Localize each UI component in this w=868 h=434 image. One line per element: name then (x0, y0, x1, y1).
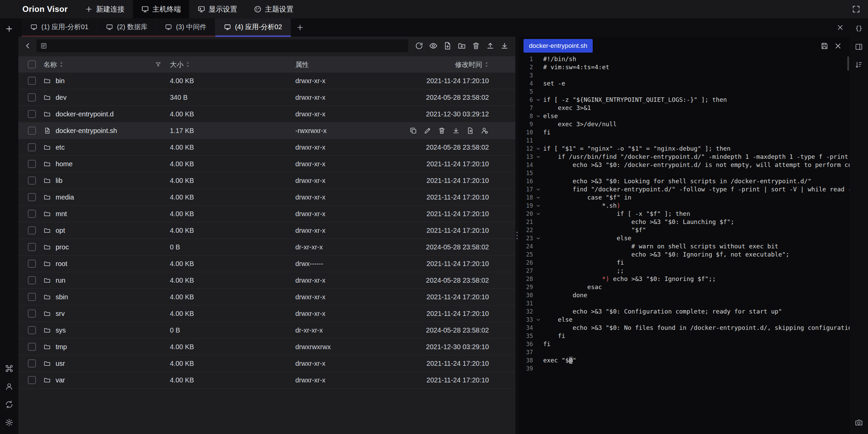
row-checkbox[interactable] (28, 326, 36, 334)
row-checkbox[interactable] (28, 343, 36, 351)
session-tab[interactable]: (3) 中间件 (156, 18, 215, 37)
fold-toggle[interactable] (535, 195, 541, 201)
delete-button[interactable] (437, 126, 446, 135)
table-row[interactable]: docker-entrypoint.d4.00 KBdrwxr-xr-x2021… (18, 106, 515, 122)
fold-toggle[interactable] (535, 187, 541, 192)
upload-button[interactable] (484, 39, 497, 53)
top-menu-item[interactable]: 显示设置 (189, 0, 245, 18)
new-session-tab-button[interactable] (291, 18, 309, 37)
fullscreen-button[interactable] (844, 0, 868, 18)
row-checkbox[interactable] (28, 276, 36, 284)
back-button[interactable] (21, 39, 35, 53)
sync-button[interactable] (3, 398, 15, 411)
row-checkbox[interactable] (28, 110, 36, 118)
row-checkbox[interactable] (28, 160, 36, 168)
command-button[interactable] (3, 362, 15, 375)
panel-button[interactable] (853, 41, 865, 53)
session-tab[interactable]: (1) 应用-分析01 (22, 18, 97, 37)
plus-button[interactable] (3, 23, 15, 35)
table-row[interactable]: tmp4.00 KBdrwxrwxrwx2021-12-30 03:29:10 (18, 339, 515, 355)
braces-button[interactable] (853, 23, 865, 35)
table-row[interactable]: usr4.00 KBdrwxr-xr-x2021-11-24 17:20:10 (18, 355, 515, 372)
session-tab[interactable]: (4) 应用-分析02 (215, 18, 291, 37)
row-checkbox[interactable] (28, 143, 36, 151)
select-all-checkbox[interactable] (28, 60, 36, 69)
top-menu-item[interactable]: 新建连接 (77, 0, 133, 18)
table-row[interactable]: opt4.00 KBdrwxr-xr-x2021-11-24 17:20:10 (18, 222, 515, 239)
refresh-button[interactable] (412, 39, 426, 53)
fold-toggle[interactable] (535, 154, 541, 160)
permission-button[interactable] (480, 126, 489, 135)
new-file-button[interactable] (441, 39, 454, 53)
preview-button[interactable] (427, 39, 440, 53)
row-checkbox[interactable] (28, 376, 36, 384)
row-checkbox[interactable] (28, 243, 36, 251)
row-checkbox[interactable] (28, 260, 36, 268)
row-checkbox[interactable] (28, 93, 36, 101)
fold-gutter (533, 234, 543, 242)
save-button[interactable] (818, 40, 830, 52)
filter-icon[interactable] (155, 61, 162, 68)
row-checkbox[interactable] (28, 359, 36, 367)
sort-carets-icon[interactable] (59, 61, 64, 68)
close-button[interactable] (832, 40, 844, 52)
table-row[interactable]: lib4.00 KBdrwxr-xr-x2021-11-24 17:20:10 (18, 172, 515, 189)
row-checkbox[interactable] (28, 127, 36, 135)
sort-lines-button[interactable] (853, 59, 865, 71)
fold-toggle[interactable] (535, 235, 541, 241)
fold-toggle[interactable] (535, 146, 541, 152)
row-checkbox[interactable] (28, 226, 36, 234)
copy-button[interactable] (409, 126, 418, 135)
table-row[interactable]: dev340 Bdrwxr-xr-x2024-05-28 23:58:02 (18, 89, 515, 106)
camera-button[interactable] (853, 416, 865, 429)
table-row[interactable]: sys0 Bdr-xr-xr-x2024-05-28 23:58:02 (18, 322, 515, 339)
close-all-tabs-button[interactable] (831, 18, 850, 37)
fold-toggle[interactable] (535, 203, 541, 209)
column-header-name[interactable]: 名称 (43, 60, 57, 69)
top-menu-item[interactable]: 主机终端 (133, 0, 189, 18)
table-row[interactable]: srv4.00 KBdrwxr-xr-x2021-11-24 17:20:10 (18, 305, 515, 322)
download-button[interactable] (452, 126, 460, 135)
table-row[interactable]: bin4.00 KBdrwxr-xr-x2021-11-24 17:20:10 (18, 73, 515, 89)
edit-button[interactable] (423, 126, 432, 135)
table-row[interactable]: run4.00 KBdrwxr-xr-x2024-05-28 23:58:02 (18, 272, 515, 289)
editor-file-tab[interactable]: docker-entrypoint.sh (524, 39, 593, 53)
path-input[interactable] (37, 39, 408, 52)
download-button[interactable] (498, 39, 511, 53)
column-header-mtime[interactable]: 修改时间 (455, 60, 482, 69)
fold-toggle[interactable] (535, 97, 541, 103)
user-button[interactable] (3, 380, 15, 393)
sort-carets-icon[interactable] (185, 61, 190, 68)
settings-button[interactable] (3, 416, 15, 429)
column-header-size[interactable]: 大小 (170, 60, 183, 69)
table-row[interactable]: etc4.00 KBdrwxr-xr-x2024-05-28 23:58:02 (18, 139, 515, 156)
table-row[interactable]: sbin4.00 KBdrwxr-xr-x2021-11-24 17:20:10 (18, 289, 515, 305)
row-checkbox[interactable] (28, 210, 36, 218)
duplicate-button[interactable] (466, 126, 475, 135)
row-checkbox[interactable] (28, 77, 36, 85)
table-row[interactable]: home4.00 KBdrwxr-xr-x2021-11-24 17:20:10 (18, 156, 515, 172)
row-checkbox[interactable] (28, 309, 36, 318)
fold-toggle[interactable] (535, 211, 541, 217)
sort-carets-icon[interactable] (484, 61, 489, 68)
table-row[interactable]: media4.00 KBdrwxr-xr-x2021-11-24 17:20:1… (18, 189, 515, 206)
row-checkbox-cell (18, 160, 43, 168)
new-folder-button[interactable] (455, 39, 469, 53)
fold-toggle[interactable] (535, 317, 541, 323)
table-row[interactable]: var4.00 KBdrwxr-xr-x2021-11-24 17:20:10 (18, 372, 515, 389)
row-checkbox[interactable] (28, 293, 36, 301)
panel-resize-handle[interactable] (516, 232, 518, 239)
top-menu-item[interactable]: 主题设置 (245, 0, 302, 18)
table-row[interactable]: proc0 Bdr-xr-xr-x2024-05-28 23:58:02 (18, 239, 515, 256)
table-row[interactable]: root4.00 KBdrwx------2021-11-24 17:20:10 (18, 256, 515, 272)
column-header-attr[interactable]: 属性 (295, 60, 309, 69)
delete-button[interactable] (469, 39, 483, 53)
table-row[interactable]: mnt4.00 KBdrwxr-xr-x2021-11-24 17:20:10 (18, 206, 515, 222)
fold-toggle[interactable] (535, 113, 541, 119)
row-checkbox[interactable] (28, 176, 36, 185)
row-checkbox[interactable] (28, 193, 36, 201)
editor-scrollbar[interactable] (847, 56, 849, 71)
session-tab[interactable]: (2) 数据库 (97, 18, 156, 37)
table-row[interactable]: docker-entrypoint.sh1.17 KB-rwxrwxr-x (18, 122, 515, 139)
code-editor[interactable]: 1#!/bin/sh2# vim:sw=4:ts=4:et34set -e56i… (519, 55, 850, 434)
